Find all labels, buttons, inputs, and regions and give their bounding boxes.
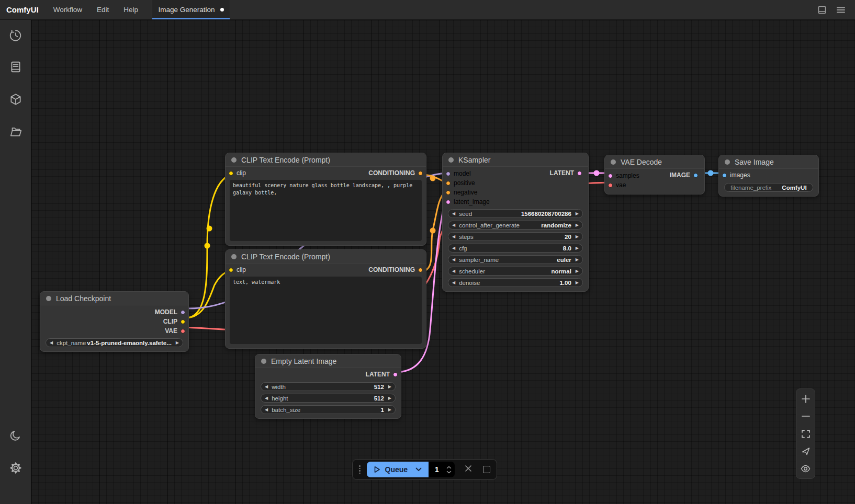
widget-left-arrow-icon[interactable]: ◀ — [452, 281, 455, 285]
clear-queue-icon[interactable] — [464, 464, 473, 475]
widget-control-after-generate[interactable]: ◀ control_after_generate randomize ▶ — [448, 221, 583, 230]
spinner-down-icon[interactable] — [446, 471, 452, 474]
port-vae-input[interactable] — [608, 183, 613, 188]
node-save-image[interactable]: Save Image images filename_prefix ComfyU… — [718, 155, 819, 197]
widget-right-arrow-icon[interactable]: ▶ — [576, 281, 579, 285]
widget-width[interactable]: ◀ width 512 ▶ — [261, 382, 396, 391]
widget-left-arrow-icon[interactable]: ◀ — [452, 258, 455, 262]
menu-edit[interactable]: Edit — [89, 0, 116, 19]
workflow-tab[interactable]: Image Generation — [152, 0, 230, 19]
panel-toggle-icon[interactable] — [815, 3, 829, 17]
menu-icon[interactable] — [834, 3, 848, 17]
menu-workflow[interactable]: Workflow — [46, 0, 89, 19]
batch-count-input[interactable]: 1 — [429, 462, 455, 477]
widget-sampler-name[interactable]: ◀ sampler_name euler ▶ — [448, 255, 583, 264]
node-clip-text-encode-negative[interactable]: CLIP Text Encode (Prompt) clip CONDITION… — [225, 249, 426, 349]
widget-scheduler[interactable]: ◀ scheduler normal ▶ — [448, 267, 583, 276]
port-latent-output[interactable] — [577, 171, 582, 176]
widget-denoise[interactable]: ◀ denoise 1.00 ▶ — [448, 278, 583, 287]
port-clip-input[interactable] — [229, 268, 233, 272]
widget-left-arrow-icon[interactable]: ◀ — [265, 385, 268, 389]
port-negative-input[interactable] — [446, 190, 451, 195]
widget-left-arrow-icon[interactable]: ◀ — [265, 408, 268, 412]
widget-right-arrow-icon[interactable]: ▶ — [388, 396, 391, 400]
queue-control-bar: Queue 1 — [352, 459, 497, 480]
widget-right-arrow-icon[interactable]: ▶ — [576, 258, 579, 262]
workflows-icon[interactable] — [8, 124, 23, 139]
output-slot-latent: LATENT — [550, 169, 582, 177]
node-clip-text-encode-positive[interactable]: CLIP Text Encode (Prompt) clip CONDITION… — [225, 153, 426, 246]
widget-left-arrow-icon[interactable]: ◀ — [452, 212, 455, 216]
widget-filename-prefix[interactable]: filename_prefix ComfyUI — [724, 183, 813, 192]
port-samples-input[interactable] — [608, 174, 613, 178]
node-load-checkpoint[interactable]: Load Checkpoint MODEL CLIP VAE ◀ ckpt_na… — [40, 291, 189, 352]
port-clip-output[interactable] — [181, 319, 185, 324]
model-library-icon[interactable] — [8, 92, 23, 107]
port-model-output[interactable] — [181, 310, 185, 315]
port-latent-output[interactable] — [393, 372, 398, 377]
canvas-toolbar — [796, 388, 815, 479]
port-conditioning-output[interactable] — [418, 171, 423, 176]
fit-view-icon[interactable] — [800, 428, 812, 440]
widget-steps[interactable]: ◀ steps 20 ▶ — [448, 232, 583, 241]
node-ksampler[interactable]: KSampler model positive negative latent_… — [442, 153, 589, 292]
node-library-icon[interactable] — [8, 60, 23, 74]
collapse-dot[interactable] — [261, 359, 266, 364]
node-vae-decode[interactable]: VAE Decode samples vae IMAGE — [604, 155, 705, 194]
port-clip-input[interactable] — [229, 171, 233, 176]
port-image-output[interactable] — [693, 173, 698, 178]
collapse-dot[interactable] — [231, 254, 237, 259]
zoom-in-icon[interactable] — [800, 393, 812, 405]
widget-ckpt-name[interactable]: ◀ ckpt_name v1-5-pruned-emaonly.safete..… — [46, 338, 183, 347]
widget-right-arrow-icon[interactable]: ▶ — [388, 385, 391, 389]
port-images-input[interactable] — [722, 173, 727, 178]
spinner-up-icon[interactable] — [446, 466, 452, 469]
node-empty-latent-image[interactable]: Empty Latent Image LATENT ◀ width 512 ▶ … — [255, 354, 401, 419]
node-title: KSampler — [458, 156, 490, 164]
collapse-dot[interactable] — [611, 159, 616, 165]
queue-button[interactable]: Queue — [367, 462, 429, 477]
app-logo[interactable]: ComfyUI — [0, 0, 46, 19]
settings-icon[interactable] — [8, 461, 23, 475]
theme-toggle-icon[interactable] — [8, 428, 23, 443]
positive-prompt-textarea[interactable]: beautiful scenery nature glass bottle la… — [230, 180, 422, 241]
port-conditioning-output[interactable] — [418, 268, 423, 272]
widget-right-arrow-icon[interactable]: ▶ — [576, 223, 579, 227]
widget-seed[interactable]: ◀ seed 156680208700286 ▶ — [448, 209, 583, 218]
widget-right-arrow-icon[interactable]: ▶ — [576, 269, 579, 273]
node-title: CLIP Text Encode (Prompt) — [241, 156, 330, 164]
widget-cfg[interactable]: ◀ cfg 8.0 ▶ — [448, 244, 583, 253]
collapse-dot[interactable] — [231, 157, 237, 163]
port-positive-input[interactable] — [446, 181, 451, 186]
menu-help[interactable]: Help — [116, 0, 145, 19]
widget-right-arrow-icon[interactable]: ▶ — [576, 235, 579, 239]
queue-button-label: Queue — [385, 465, 408, 474]
collapse-dot[interactable] — [725, 159, 730, 165]
widget-right-arrow-icon[interactable]: ▶ — [388, 408, 391, 412]
port-model-input[interactable] — [446, 171, 451, 176]
widget-right-arrow-icon[interactable]: ▶ — [576, 246, 579, 250]
widget-left-arrow-icon[interactable]: ◀ — [452, 246, 455, 250]
widget-batch-size[interactable]: ◀ batch_size 1 ▶ — [261, 405, 396, 414]
zoom-out-icon[interactable] — [800, 410, 812, 422]
port-latent-image-input[interactable] — [446, 200, 451, 204]
negative-prompt-textarea[interactable]: text, watermark — [230, 277, 422, 344]
input-slot-model: model — [443, 169, 490, 178]
port-vae-output[interactable] — [181, 329, 185, 334]
history-icon[interactable] — [8, 28, 23, 43]
widget-left-arrow-icon[interactable]: ◀ — [50, 341, 53, 345]
widget-height[interactable]: ◀ height 512 ▶ — [261, 394, 396, 403]
toggle-link-visibility-icon[interactable] — [800, 463, 812, 474]
chevron-down-icon[interactable] — [415, 467, 422, 472]
widget-left-arrow-icon[interactable]: ◀ — [265, 396, 268, 400]
collapse-dot[interactable] — [46, 296, 51, 301]
widget-left-arrow-icon[interactable]: ◀ — [452, 223, 455, 227]
widget-right-arrow-icon[interactable]: ▶ — [576, 212, 579, 216]
widget-left-arrow-icon[interactable]: ◀ — [452, 269, 455, 273]
collapse-dot[interactable] — [448, 157, 454, 163]
stop-icon[interactable] — [483, 466, 490, 473]
widget-right-arrow-icon[interactable]: ▶ — [176, 341, 179, 345]
select-mode-icon[interactable] — [800, 445, 812, 457]
drag-handle[interactable] — [359, 465, 361, 474]
widget-left-arrow-icon[interactable]: ◀ — [452, 235, 455, 239]
